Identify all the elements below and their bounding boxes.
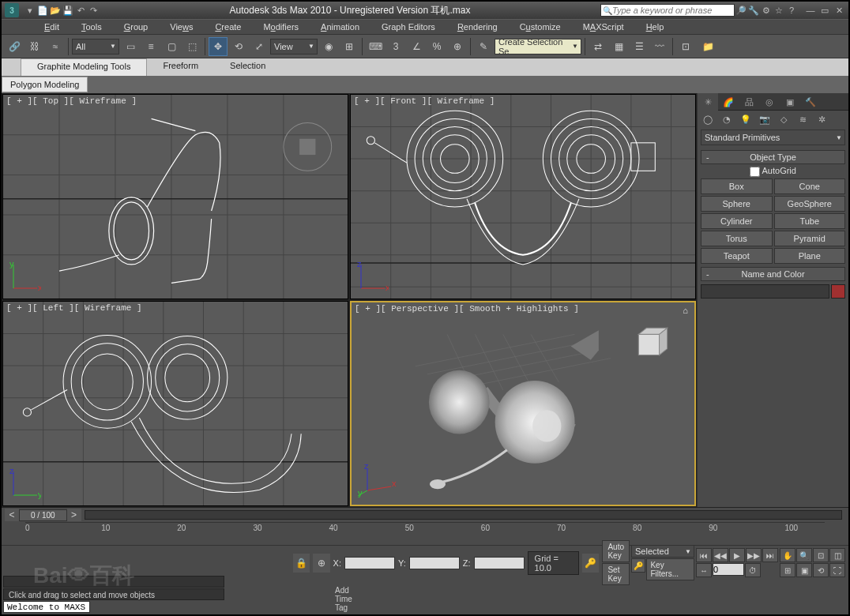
key-mode-toggle-icon[interactable]: ↔ [696, 563, 712, 577]
open-icon[interactable]: 📂 [49, 4, 62, 17]
select-object-icon[interactable]: ▭ [121, 37, 140, 56]
primitive-box[interactable]: Box [701, 178, 773, 194]
key-mode-dropdown[interactable]: Selected [631, 545, 694, 558]
app-menu-icon[interactable]: ▾ [24, 4, 36, 17]
select-region-icon[interactable]: ▢ [162, 37, 181, 56]
curve-editor-icon[interactable]: 〰 [650, 37, 669, 56]
config-icon[interactable]: 🔧 [747, 4, 760, 17]
time-ruler[interactable]: 0102030405060708090100 [25, 522, 825, 536]
schematic-icon[interactable]: ⊡ [676, 37, 695, 56]
key-icon[interactable]: 🔑 [582, 554, 599, 573]
help-search[interactable]: 🔍 [600, 4, 735, 17]
viewport-front[interactable]: [ + ][ Front ][ Wireframe ] xz [350, 94, 696, 299]
percent-snap-icon[interactable]: % [427, 37, 446, 56]
rollout-object-type[interactable]: -Object Type [701, 150, 845, 164]
help-icon[interactable]: ? [785, 4, 798, 17]
edit-named-sel-icon[interactable]: ✎ [474, 37, 493, 56]
select-manipulate-icon[interactable]: ⊞ [340, 37, 359, 56]
nav-orbit-icon[interactable]: ⟲ [813, 563, 829, 577]
use-center-icon[interactable]: ◉ [319, 37, 338, 56]
app-logo[interactable]: 3 [5, 3, 19, 17]
primitive-cylinder[interactable]: Cylinder [701, 213, 773, 229]
cameras-icon[interactable]: 📷 [756, 112, 773, 126]
menu-edit[interactable]: Edit [33, 21, 70, 33]
nav-pan-icon[interactable]: ✋ [780, 548, 795, 562]
setkey-button[interactable]: Set Key [602, 563, 630, 585]
menu-animation[interactable]: Animation [310, 21, 370, 33]
primitive-teapot[interactable]: Teapot [701, 248, 773, 264]
snap-icon[interactable]: 3 [386, 37, 405, 56]
primitive-plane[interactable]: Plane [774, 248, 846, 264]
menu-tools[interactable]: Tools [70, 21, 113, 33]
spinner-snap-icon[interactable]: ⊕ [448, 37, 467, 56]
refcoord-dropdown[interactable]: View [270, 39, 318, 54]
panel-tab-hierarchy[interactable]: 品 [739, 93, 759, 111]
transform-type-icon[interactable]: ⊕ [313, 554, 329, 573]
time-slider-track[interactable] [85, 510, 842, 520]
menu-modifiers[interactable]: Modifiers [252, 21, 310, 33]
save-icon[interactable]: 💾 [62, 4, 74, 17]
minimize-button[interactable]: — [804, 4, 817, 17]
primitive-tube[interactable]: Tube [774, 213, 846, 229]
primitive-cone[interactable]: Cone [774, 178, 846, 194]
view-icon[interactable]: ⚙ [760, 4, 773, 17]
panel-tab-motion[interactable]: ◎ [759, 93, 780, 111]
primitive-torus[interactable]: Torus [701, 231, 773, 246]
current-frame-input[interactable] [713, 563, 744, 576]
goto-end-icon[interactable]: ⏭ [762, 548, 778, 562]
script-mini-listener[interactable] [3, 576, 224, 588]
time-config-icon[interactable]: ⏱ [745, 563, 761, 577]
nav-zoomext-icon[interactable]: ⊞ [780, 563, 795, 577]
panel-tab-modify[interactable]: 🌈 [718, 93, 739, 111]
setkey-large-icon[interactable]: 🔑 [631, 558, 645, 573]
window-crossing-icon[interactable]: ⬚ [182, 37, 201, 56]
menu-maxscript[interactable]: MAXScript [572, 21, 635, 33]
add-time-tag[interactable]: Add Time Tag [335, 586, 352, 612]
viewport-left[interactable]: [ + ][ Left ][ Wireframe ] yz [2, 301, 348, 506]
selection-filter-dropdown[interactable]: All [72, 39, 119, 54]
binoculars-icon[interactable]: 🔎 [735, 4, 747, 17]
nav-region-icon[interactable]: ▣ [796, 563, 812, 577]
star-icon[interactable]: ☆ [773, 4, 785, 17]
select-rotate-icon[interactable]: ⟲ [229, 37, 248, 56]
panel-tab-create[interactable]: ✳ [698, 93, 718, 111]
undo-icon[interactable]: ↶ [74, 4, 87, 17]
time-slider-handle[interactable]: 0 / 100 [19, 509, 67, 521]
menu-grapheditors[interactable]: Graph Editors [370, 21, 446, 33]
rollout-name-color[interactable]: -Name and Color [701, 267, 845, 281]
object-name-input[interactable] [701, 284, 829, 299]
geometry-icon[interactable]: ◯ [699, 112, 716, 126]
systems-icon[interactable]: ✲ [813, 112, 830, 126]
help-search-input[interactable] [612, 6, 732, 15]
ribbon-subtab-polygon[interactable]: Polygon Modeling [2, 77, 88, 92]
shapes-icon[interactable]: ◔ [718, 112, 735, 126]
angle-snap-icon[interactable]: ∠ [407, 37, 426, 56]
viewport-perspective[interactable]: [ + ][ Perspective ][ Smooth + Highlight… [350, 301, 696, 506]
close-button[interactable]: ✕ [833, 4, 845, 17]
prev-frame-icon[interactable]: ◀◀ [713, 548, 728, 562]
ribbon-tab-graphite[interactable]: Graphite Modeling Tools [21, 58, 147, 76]
z-input[interactable] [474, 557, 525, 569]
panel-tab-utilities[interactable]: 🔨 [800, 93, 821, 111]
select-scale-icon[interactable]: ⤢ [250, 37, 269, 56]
select-name-icon[interactable]: ≡ [141, 37, 160, 56]
named-selection-dropdown[interactable]: Create Selection Se [495, 39, 581, 54]
nav-fov-icon[interactable]: ◫ [829, 548, 845, 562]
new-icon[interactable]: 📄 [36, 4, 49, 17]
autogrid-checkbox[interactable]: AutoGrid [750, 166, 796, 175]
ribbon-tab-freeform[interactable]: Freeform [147, 58, 214, 76]
select-move-icon[interactable]: ✥ [209, 37, 228, 56]
nav-zoomall-icon[interactable]: ⊡ [813, 548, 829, 562]
link-icon[interactable]: 🔗 [5, 37, 24, 56]
nav-zoom-icon[interactable]: 🔍 [796, 548, 812, 562]
primitive-geosphere[interactable]: GeoSphere [774, 196, 846, 212]
menu-customize[interactable]: Customize [509, 21, 572, 33]
ribbon-tab-selection[interactable]: Selection [214, 58, 281, 76]
maximize-button[interactable]: ▭ [818, 4, 831, 17]
category-dropdown[interactable]: Standard Primitives [701, 130, 845, 145]
nav-maximize-icon[interactable]: ⛶ [829, 563, 845, 577]
time-next-icon[interactable]: > [67, 509, 81, 521]
primitive-pyramid[interactable]: Pyramid [774, 231, 846, 246]
time-prev-icon[interactable]: < [5, 509, 19, 521]
helpers-icon[interactable]: ◇ [775, 112, 792, 126]
